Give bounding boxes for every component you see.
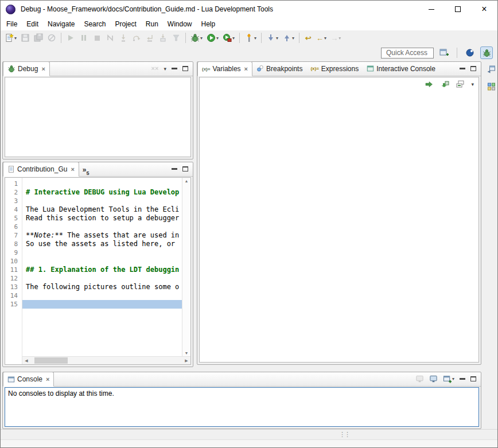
menu-project[interactable]: Project [110,18,141,30]
restore-view-icon[interactable] [487,65,496,74]
console-content[interactable]: No consoles to display at this time. [5,387,479,427]
skip-breakpoints-icon [47,33,56,42]
scrollbar-thumb[interactable] [34,357,68,364]
menu-navigate[interactable]: Navigate [43,18,79,30]
scroll-left-icon[interactable]: ◀ [22,359,30,363]
debug-view-content[interactable] [5,77,191,157]
editor-body: 1 2 3 4 5 6 7 8 9 10 11 12 13 14 15 # In… [5,177,191,365]
editor-vertical-scrollbar[interactable]: ▲ ▼ [182,178,190,356]
maximize-window-button[interactable] [445,1,471,18]
quick-access-input[interactable]: Quick Access [381,48,434,59]
close-tab-icon[interactable]: × [41,65,45,72]
tab-expressions[interactable]: (x)= Expressions [306,61,363,76]
step-over-button[interactable] [130,32,143,44]
step-into-button[interactable] [117,32,130,44]
menu-run[interactable]: Run [141,18,163,30]
minimize-view-icon[interactable] [460,68,465,69]
code-line: Read this section to setup a debugger [22,214,182,223]
tab-variables[interactable]: (x)= Variables × [197,61,252,76]
close-tab-icon[interactable]: × [71,166,74,173]
variables-content[interactable] [199,77,479,363]
display-selected-console-button[interactable] [429,375,438,383]
save-button[interactable] [19,32,32,44]
external-tools-button[interactable]: ▾ [221,32,236,44]
remove-all-terminated-icon[interactable]: ×× [151,65,159,72]
show-type-names-icon[interactable] [440,80,449,89]
maximize-view-icon[interactable] [182,166,188,172]
menu-window[interactable]: Window [163,18,197,30]
show-logical-structure-icon[interactable] [425,80,434,89]
last-edit-location-button[interactable]: ↩ [302,32,314,44]
line-number: 9 [5,248,22,257]
maximize-view-icon[interactable] [470,376,476,381]
tab-contribution-guide[interactable]: Contribution_Gu × [3,162,79,177]
right-panel-controls [455,61,481,76]
external-tools-icon [223,33,232,42]
back-button[interactable]: ← ▾ [314,32,328,44]
minimize-window-button[interactable] [418,1,445,18]
menu-file[interactable]: File [2,18,22,30]
minimize-view-icon[interactable] [460,378,465,380]
scroll-right-icon[interactable]: ▶ [182,359,190,363]
lua-perspective-button[interactable] [464,46,476,59]
caret-icon: ▾ [216,36,219,41]
hidden-editors-chevron[interactable]: » 5 [83,166,90,176]
drop-to-frame-button[interactable] [157,32,169,44]
minimize-view-icon[interactable] [172,68,177,69]
use-step-filters-button[interactable] [170,32,182,44]
maximize-view-icon[interactable] [182,66,188,71]
debug-perspective-button[interactable] [480,46,493,59]
close-tab-icon[interactable]: × [46,376,49,383]
maximize-view-icon[interactable] [470,66,476,71]
scroll-down-icon[interactable]: ▼ [185,351,189,355]
disconnect-button[interactable] [104,32,116,44]
open-perspective-button[interactable] [438,46,450,59]
line-number: 4 [5,205,22,214]
toolbar-separator [185,33,186,43]
clear-console-button[interactable] [415,375,424,383]
line-number-ruler[interactable]: 1 2 3 4 5 6 7 8 9 10 11 12 13 14 15 [5,178,22,364]
run-button[interactable]: ▾ [205,32,220,44]
menu-edit[interactable]: Edit [22,18,43,30]
toolbar-separator [457,48,457,58]
status-bar: ⋮⋮ [1,429,497,448]
scrollbar-track[interactable] [30,357,182,364]
editor-text-area[interactable]: # Interactive DEBUG using Lua Develop Th… [22,178,182,356]
view-menu-icon[interactable]: ▾ [471,81,474,87]
line-number: 10 [5,257,22,266]
resume-button[interactable] [64,32,77,44]
debug-button[interactable]: ▾ [189,32,204,44]
tab-console[interactable]: Console × [3,372,54,387]
tab-breakpoints[interactable]: Breakpoints [252,61,306,76]
resume-icon [66,33,75,42]
new-wizard-button[interactable]: ▾ [3,32,18,44]
open-console-button[interactable]: ▾ [443,375,454,383]
editor-horizontal-scrollbar[interactable]: ◀ ▶ [22,356,190,364]
sash-grip[interactable]: ⋮⋮ [339,431,349,438]
menu-help[interactable]: Help [197,18,220,30]
suspend-button[interactable] [77,32,90,44]
minimize-view-icon[interactable] [172,168,177,170]
open-torch-search-button[interactable]: ▾ [243,32,258,44]
scroll-up-icon[interactable]: ▲ [185,179,189,183]
minimized-view-strip [485,61,497,365]
menu-search[interactable]: Search [79,18,110,30]
next-annotation-icon [266,33,275,42]
hidden-editors-count: 5 [87,170,90,176]
view-menu-icon[interactable]: ▾ [164,66,166,72]
close-window-button[interactable]: × [471,1,497,18]
debug-view: Debug × ×× ▾ [2,61,193,159]
save-all-button[interactable] [32,32,45,44]
tab-interactive-console[interactable]: Interactive Console [363,61,439,76]
step-over-icon [132,33,141,42]
skip-all-breakpoints-button[interactable] [45,32,58,44]
forward-button[interactable]: → ▾ [329,32,343,44]
outline-view-icon[interactable] [487,82,496,91]
close-tab-icon[interactable]: × [244,65,248,72]
terminate-button[interactable] [91,32,103,44]
next-annotation-button[interactable]: ▾ [264,32,280,44]
tab-debug[interactable]: Debug × [3,61,50,76]
step-return-button[interactable] [143,32,156,44]
previous-annotation-button[interactable]: ▾ [281,32,296,44]
collapse-all-icon[interactable] [456,80,465,89]
